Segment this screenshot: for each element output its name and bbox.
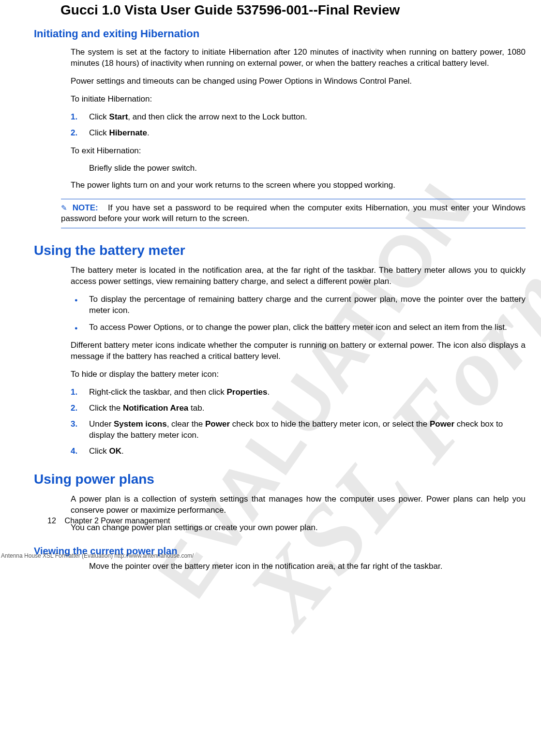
note-icon: ✎ (61, 203, 67, 213)
body-text: Move the pointer over the battery meter … (89, 562, 526, 571)
list-item: To access Power Options, or to change th… (71, 322, 526, 333)
heading-battery-meter: Using the battery meter (34, 243, 541, 258)
body-text: The power lights turn on and your work r… (71, 180, 526, 191)
list-item: Right-click the taskbar, and then click … (71, 387, 526, 398)
chapter-label: Chapter 2 Power management (65, 517, 170, 525)
heading-hibernation: Initiating and exiting Hibernation (34, 28, 541, 40)
eval-footer: Antenna House XSL Formatter (Evaluation)… (1, 552, 194, 559)
body-text: To initiate Hibernation: (71, 94, 526, 105)
body-text: A power plan is a collection of system s… (71, 494, 526, 516)
doc-title: Gucci 1.0 Vista User Guide 537596-001--F… (60, 2, 541, 18)
list-item: Click the Notification Area tab. (71, 403, 526, 414)
list-item: Click Hibernate. (71, 128, 526, 139)
note-box: ✎ NOTE: If you have set a password to be… (61, 199, 526, 229)
body-text: To exit Hibernation: (71, 146, 526, 157)
list-item: To display the percentage of remaining b… (71, 294, 526, 316)
body-text: Different battery meter icons indicate w… (71, 340, 526, 362)
page-footer: 12 Chapter 2 Power management (47, 517, 170, 525)
body-text: Power settings and timeouts can be chang… (71, 76, 526, 87)
body-text: The system is set at the factory to init… (71, 47, 526, 69)
heading-power-plans: Using power plans (34, 472, 541, 487)
body-text: The battery meter is located in the noti… (71, 265, 526, 287)
body-text: Briefly slide the power switch. (89, 163, 526, 173)
note-text: If you have set a password to be require… (61, 203, 526, 223)
page-number: 12 (47, 517, 56, 525)
list-item: Under System icons, clear the Power chec… (71, 419, 526, 441)
list-item: Click Start, and then click the arrow ne… (71, 112, 526, 123)
list-item: Click OK. (71, 446, 526, 457)
note-label: NOTE: (73, 203, 98, 212)
body-text: To hide or display the battery meter ico… (71, 369, 526, 380)
